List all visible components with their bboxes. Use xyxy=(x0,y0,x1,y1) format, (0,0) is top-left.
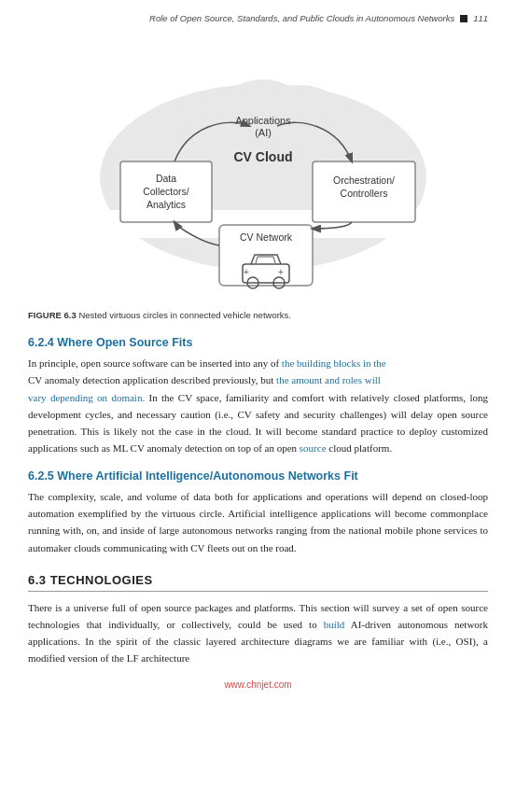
page-header: Role of Open Source, Standards, and Publ… xyxy=(28,0,488,33)
data-label-2: Collectors/ xyxy=(143,186,189,197)
section-624-body: In principle, open source software can b… xyxy=(28,355,488,456)
svg-text:+: + xyxy=(244,267,249,277)
header-text: Role of Open Source, Standards, and Publ… xyxy=(149,13,488,23)
section-63-heading: 6.3 TECHNOLOGIES xyxy=(28,573,488,592)
figure-label: FIGURE 6.3 xyxy=(28,310,77,320)
section-63-body: There is a universe full of open source … xyxy=(28,599,488,667)
section-625-body: The complexity, scale, and volume of dat… xyxy=(28,488,488,556)
orch-label-2: Controllers xyxy=(340,188,387,199)
page-number: 111 xyxy=(473,13,488,23)
cv-cloud-label: CV Cloud xyxy=(233,149,292,164)
section-624-text: CV anomaly detection application describ… xyxy=(28,374,276,385)
figure-caption-body: Nested virtuous circles in connected veh… xyxy=(78,310,291,320)
section-625-heading: 6.2.5 Where Artificial Intelligence/Auto… xyxy=(28,469,488,483)
highlight-source: source xyxy=(300,442,327,454)
data-label-1: Data xyxy=(155,173,175,184)
svg-text:+: + xyxy=(278,267,284,277)
highlight-build: build xyxy=(324,619,345,630)
cv-network-label: CV Network xyxy=(239,231,292,243)
data-label-3: Analytics xyxy=(146,199,185,210)
app-label-ai: (AI) xyxy=(255,127,272,138)
diagram-svg-wrapper: Applications (AI) CV Cloud Data Collecto… xyxy=(81,42,436,303)
page-container: Role of Open Source, Standards, and Publ… xyxy=(0,0,516,708)
section-624-text-3: cloud platform. xyxy=(327,442,393,454)
header-title: Role of Open Source, Standards, and Publ… xyxy=(149,13,454,23)
highlight-2: the amount and roles will xyxy=(276,374,381,385)
figure-caption: FIGURE 6.3 Nested virtuous circles in co… xyxy=(28,309,488,321)
section-624-heading: 6.2.4 Where Open Source Fits xyxy=(28,336,488,349)
diagram-area: Applications (AI) CV Cloud Data Collecto… xyxy=(28,33,488,309)
diagram-svg: Applications (AI) CV Cloud Data Collecto… xyxy=(81,42,445,299)
highlight-1: the building blocks in the xyxy=(282,357,386,369)
footer-watermark: www.chnjet.com xyxy=(28,679,488,690)
highlight-3: vary depending on domain. xyxy=(28,392,145,403)
header-separator xyxy=(460,15,467,22)
orch-label-1: Orchestration/ xyxy=(333,175,395,186)
